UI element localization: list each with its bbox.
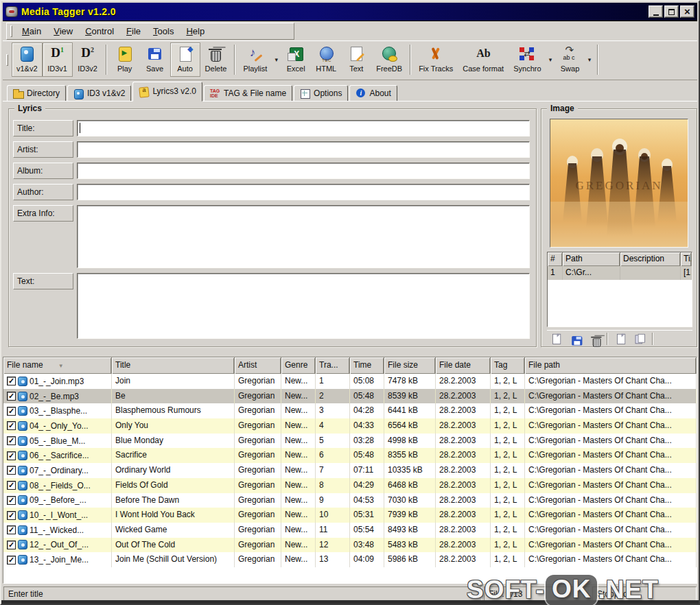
row-checkbox[interactable]: [7, 377, 16, 385]
table-row[interactable]: 08_-_Fields_O... Fields Of Gold Gregoria…: [3, 478, 697, 493]
delete-button[interactable]: Delete: [200, 43, 232, 77]
table-row[interactable]: 06_-_Sacrifice... Sacrifice Gregorian Ne…: [3, 448, 697, 463]
text-field-label: Text:: [13, 273, 73, 289]
row-checkbox[interactable]: [7, 511, 16, 520]
tab-options[interactable]: Options: [294, 85, 348, 102]
tag-filename-icon: [210, 88, 220, 98]
table-row[interactable]: 13_-_Join_Me... Join Me (Schill Out Vers…: [3, 552, 697, 567]
toolbar-grip[interactable]: [6, 54, 8, 66]
case-format-button[interactable]: Case format: [458, 43, 509, 77]
menu-file[interactable]: File: [120, 24, 147, 38]
author-field-label: Author:: [13, 184, 73, 200]
menu-main[interactable]: Main: [16, 24, 47, 38]
toolbar-grip[interactable]: [10, 25, 12, 37]
playlist-button[interactable]: Playlist: [238, 43, 272, 77]
tab-lyrics3[interactable]: Lyrics3 v2.0: [132, 82, 202, 102]
header-track[interactable]: Tra...: [316, 357, 350, 374]
row-checkbox[interactable]: [7, 466, 16, 475]
row-checkbox[interactable]: [7, 556, 16, 565]
table-row[interactable]: 04_-_Only_Yo... Only You Gregorian New..…: [3, 418, 697, 434]
row-checkbox[interactable]: [7, 481, 16, 490]
menu-control[interactable]: Control: [79, 24, 120, 38]
play-button[interactable]: Play: [110, 43, 140, 77]
row-checkbox[interactable]: [7, 407, 16, 416]
menu-view[interactable]: View: [47, 24, 79, 38]
lyrics-text-textarea[interactable]: [77, 273, 530, 339]
synchro-dropdown-arrow[interactable]: [546, 43, 555, 77]
excel-button[interactable]: Excel: [281, 43, 311, 77]
row-checkbox[interactable]: [7, 541, 16, 549]
swap-button[interactable]: Swap: [555, 43, 585, 77]
header-genre[interactable]: Genre: [281, 357, 316, 374]
copy-image-button[interactable]: [611, 331, 629, 346]
table-row[interactable]: 05_-_Blue_M... Blue Monday Gregorian New…: [3, 434, 697, 449]
table-row[interactable]: 09_-_Before_... Before The Dawn Gregoria…: [3, 493, 697, 508]
header-file-name[interactable]: File name▼: [3, 357, 112, 374]
col-description[interactable]: Description: [620, 252, 681, 266]
synchro-button[interactable]: Synchro: [509, 43, 546, 77]
image-list-row[interactable]: 1 C:\Gr... [1...: [548, 266, 692, 280]
table-row[interactable]: 03_-_Blasphe... Blasphemous Rumours Greg…: [3, 403, 697, 418]
table-row[interactable]: 12_-_Out_Of_... Out Of The Cold Gregoria…: [3, 538, 697, 553]
row-checkbox[interactable]: [7, 421, 16, 430]
tab-id3[interactable]: ID3 v1&v2: [67, 85, 131, 102]
duplicate-image-button[interactable]: [631, 331, 649, 346]
tab-tag-filename[interactable]: TAG & File name: [204, 85, 292, 102]
new-image-button[interactable]: [547, 331, 565, 346]
cell-track: 10: [316, 508, 350, 523]
table-row[interactable]: 11_-_Wicked... Wicked Game Gregorian New…: [3, 523, 697, 538]
cell-title: Ordinary World: [112, 463, 235, 478]
freedb-button[interactable]: FreeDB: [371, 43, 407, 77]
table-row[interactable]: 07_-_Ordinary... Ordinary World Gregoria…: [3, 463, 697, 478]
extra-info-field-label: Extra Info:: [13, 205, 73, 222]
header-title[interactable]: Title: [112, 357, 235, 374]
fix-tracks-button[interactable]: Fix Tracks: [414, 43, 458, 77]
cell-track: 13: [316, 552, 350, 567]
header-tag[interactable]: Tag: [491, 357, 525, 374]
playlist-dropdown-arrow[interactable]: [272, 43, 281, 77]
v1v2-button[interactable]: v1&v2: [12, 43, 43, 77]
col-title[interactable]: Ti...: [681, 252, 692, 266]
header-file-path[interactable]: File path: [525, 357, 697, 374]
extra-info-textarea[interactable]: [77, 205, 530, 268]
row-checkbox[interactable]: [7, 451, 16, 460]
artist-input[interactable]: [77, 141, 530, 158]
header-time[interactable]: Time: [350, 357, 384, 374]
author-input[interactable]: [77, 184, 530, 200]
col-path[interactable]: Path: [563, 252, 620, 266]
album-cover-image: GREGORIAN: [550, 119, 688, 247]
row-checkbox[interactable]: [7, 525, 16, 534]
auto-button[interactable]: Auto: [170, 43, 200, 77]
id3v1-button[interactable]: ID3v1: [43, 43, 73, 77]
tab-directory[interactable]: Directory: [7, 85, 66, 102]
album-input[interactable]: [77, 163, 530, 179]
maximize-button[interactable]: [664, 5, 679, 18]
tab-about[interactable]: About: [349, 85, 397, 102]
title-input[interactable]: [77, 120, 530, 137]
cell-tag: 1, 2, L: [491, 478, 525, 493]
delete-image-button[interactable]: [585, 331, 603, 346]
header-file-date[interactable]: File date: [436, 357, 491, 374]
row-checkbox[interactable]: [7, 436, 16, 445]
swap-dropdown-arrow[interactable]: [585, 43, 594, 77]
table-row[interactable]: 10_-_I_Wont_... I Wont Hold You Back Gre…: [3, 508, 697, 523]
save-image-button[interactable]: [566, 331, 584, 346]
text-export-button[interactable]: Text: [341, 43, 371, 77]
close-button[interactable]: [680, 5, 695, 18]
html-button[interactable]: HTML: [311, 43, 341, 77]
row-checkbox[interactable]: [7, 496, 16, 505]
cell-file-size: 5483 kB: [384, 538, 436, 553]
id3v2-button[interactable]: ID3v2: [73, 43, 103, 77]
table-row[interactable]: 02_-_Be.mp3 Be Gregorian New... 2 05:48 …: [3, 389, 697, 404]
header-artist[interactable]: Artist: [235, 357, 281, 374]
table-row[interactable]: 01_-_Join.mp3 Join Gregorian New... 1 05…: [3, 374, 697, 389]
save-button[interactable]: Save: [140, 43, 170, 77]
app-logo-icon: [5, 6, 18, 17]
menu-help[interactable]: Help: [180, 24, 211, 38]
row-checkbox[interactable]: [7, 392, 16, 401]
menu-tools[interactable]: Tools: [147, 24, 180, 38]
minimize-button[interactable]: [649, 5, 663, 18]
cell-title: Out Of The Cold: [112, 538, 235, 553]
header-file-size[interactable]: File size: [384, 357, 436, 374]
col-number[interactable]: #: [548, 252, 563, 266]
